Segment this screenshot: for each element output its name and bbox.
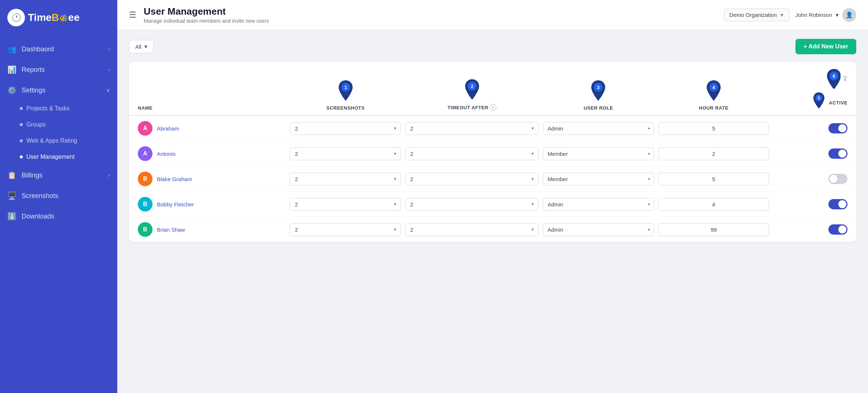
sidebar-item-downloads[interactable]: ⬇️ Downloads [0,206,117,227]
col-name-label: NAME [138,105,152,111]
col-header-hourrate: 4 HOUR RATE [658,80,769,115]
timeout-dropdown[interactable]: 2 ▾ [405,122,538,135]
svg-text:3: 3 [597,85,600,90]
role-select[interactable]: AdminMemberViewer [543,147,654,160]
screenshots-dropdown[interactable]: 2 ▾ [290,223,401,236]
user-menu[interactable]: John Robinson ▾ 👤 [795,8,856,22]
avatar: B [138,172,152,186]
dropdown-arrow-icon: ▾ [394,227,396,232]
reports-icon: 📊 [7,65,16,74]
table-body: A Abraham 2 ▾ 2 ▾ AdminMemberViewer ▾ [129,116,856,242]
screenshots-value: 2 [295,201,298,207]
timeout-cell: 2 ▾ [405,198,538,211]
menu-toggle-icon[interactable]: ☰ [129,10,136,20]
user-name[interactable]: Antonio [157,151,176,157]
filter-bar: All ▾ + Add New User [129,39,856,54]
sidebar-item-projects-tasks[interactable]: Projects & Tasks [0,100,117,117]
screenshots-dropdown[interactable]: 2 ▾ [290,198,401,211]
timeout-dropdown[interactable]: 2 ▾ [405,173,538,186]
org-selector[interactable]: Demo Organization ▼ [724,8,790,21]
col-header-role: 3 USER ROLE [543,80,654,115]
sidebar-item-label: Reports [22,66,103,74]
screenshots-dropdown[interactable]: 2 ▾ [290,173,401,186]
hour-rate-input[interactable] [658,223,769,236]
timeout-value: 2 [410,201,413,207]
avatar: A [138,146,152,161]
role-select[interactable]: AdminMemberViewer [543,198,654,211]
page-header: ☰ User Management Manage individual team… [117,0,868,30]
col-role-label: USER ROLE [584,105,613,111]
hour-rate-input[interactable] [658,122,769,135]
screenshots-value: 2 [295,151,298,157]
clock-icon: 🕐 [11,13,21,22]
sidebar-item-label: Downloads [22,213,110,220]
col-header-screenshots: 1 SCREENSHOTS [290,80,401,115]
timeout-info-icon[interactable]: i [490,104,496,111]
role-select[interactable]: AdminMemberViewer [543,173,654,186]
role-select[interactable]: AdminMemberViewer [543,122,654,135]
header-title-block: User Management Manage individual team m… [144,6,717,24]
timeout-value: 2 [410,125,413,132]
sidebar-item-reports[interactable]: 📊 Reports › [0,59,117,80]
user-name[interactable]: Bobby Fletcher [157,201,194,207]
dot-icon [20,139,23,142]
hour-rate-input[interactable] [658,147,769,160]
active-toggle[interactable] [828,123,847,133]
filter-dropdown[interactable]: All ▾ [129,40,154,53]
pin-badge-5: 5 [812,92,826,111]
active-toggle[interactable] [828,199,847,209]
timeout-value: 2 [410,176,413,182]
hourrate-cell [658,223,769,236]
logo-icon: 🕐 [7,9,25,26]
toggle-knob [838,225,846,234]
active-toggle[interactable] [828,224,847,235]
toggle-knob [838,200,846,208]
sidebar-item-groups[interactable]: Groups [0,117,117,133]
hourrate-cell [658,198,769,211]
user-name[interactable]: Brian Shaw [157,227,185,233]
active-toggle[interactable] [828,148,847,159]
sidebar-item-web-apps-rating[interactable]: Web & Apps Rating [0,133,117,149]
timeout-dropdown[interactable]: 2 ▾ [405,223,538,236]
user-name: John Robinson [795,12,832,18]
svg-text:1: 1 [344,85,347,90]
user-cell: B Brian Shaw [138,222,286,237]
screenshots-dropdown[interactable]: 2 ▾ [290,122,401,135]
user-name[interactable]: Abraham [157,125,179,132]
dropdown-arrow-icon: ▾ [532,176,534,181]
role-cell: AdminMemberViewer ▾ [543,198,654,211]
table-row: B Bobby Fletcher 2 ▾ 2 ▾ AdminMemberView… [129,192,856,217]
sidebar-item-dashboard[interactable]: 👥 Dashbaord › [0,39,117,59]
sidebar-item-billings[interactable]: 📋 Billings › [0,165,117,186]
hourrate-cell [658,173,769,186]
toggle-knob [838,124,846,132]
sidebar-item-user-management[interactable]: User Management [0,149,117,165]
role-select[interactable]: AdminMemberViewer [543,223,654,236]
timeout-dropdown[interactable]: 2 ▾ [405,147,538,160]
sidebar-item-settings[interactable]: ⚙️ Settings ∨ [0,80,117,100]
hour-rate-input[interactable] [658,173,769,186]
sidebar-item-label: Web & Apps Rating [26,137,77,144]
screenshots-cell: 2 ▾ [290,147,401,160]
dot-icon [20,107,23,110]
hour-rate-input[interactable] [658,198,769,211]
sidebar-item-label: Screenshots [22,192,110,200]
hourrate-cell [658,147,769,160]
role-select-wrapper: AdminMemberViewer ▾ [543,122,654,135]
user-name[interactable]: Blake Graham [157,176,192,182]
user-dropdown-icon: ▾ [836,12,839,18]
timeout-dropdown[interactable]: 2 ▾ [405,198,538,211]
screenshots-value: 2 [295,176,298,182]
pin-badge-4: 4 [705,80,722,102]
sidebar-item-screenshots[interactable]: 🖥️ Screenshots [0,186,117,206]
add-user-button[interactable]: + Add New User [795,39,856,54]
active-toggle[interactable] [828,174,847,184]
filter-funnel-icon[interactable]: ⊽ [843,75,847,83]
active-cell [773,174,847,184]
col-header-timeout: 2 TIMEOUT AFTER i [405,79,538,115]
screenshots-dropdown[interactable]: 2 ▾ [290,147,401,160]
screenshots-value: 2 [295,227,298,233]
role-cell: AdminMemberViewer ▾ [543,173,654,186]
pin-badge-3: 3 [589,80,607,102]
role-cell: AdminMemberViewer ▾ [543,223,654,236]
